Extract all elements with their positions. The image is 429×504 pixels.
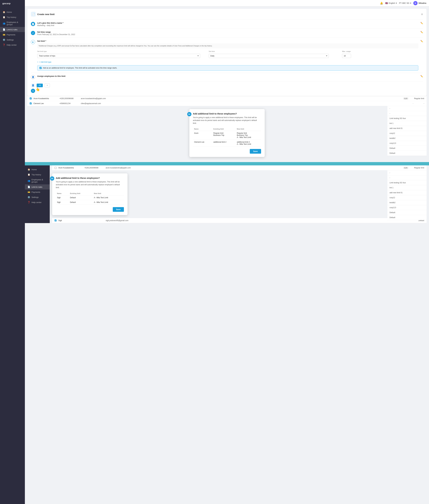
limit-icon: 📄 bbox=[3, 28, 5, 31]
step-time-icon: ✔ bbox=[31, 31, 35, 35]
sidebar-item-employees[interactable]: 👥 Employees & groups bbox=[0, 20, 25, 27]
sidebar-label-home: Home bbox=[7, 11, 12, 13]
step-time-title: Set time range bbox=[37, 31, 418, 33]
right-limit-list-2: - - Limit testing SG four lmt 1 add new … bbox=[387, 170, 427, 220]
company-name: PT ABC SG bbox=[399, 2, 409, 4]
collapse-icon[interactable]: ∧ bbox=[421, 12, 423, 16]
step-limit-row: ▶ Set limit * *Additional Charges (e.g. … bbox=[31, 38, 423, 73]
employee-tag: GJS bbox=[403, 167, 412, 169]
dialog-2a-title: Add additional limit to these employees? bbox=[193, 112, 261, 115]
employee-limit: Regular limit bbox=[414, 97, 424, 100]
payments-icon: 💳 bbox=[3, 34, 5, 36]
settings-icon: ⚙️ bbox=[3, 39, 5, 41]
company-chevron-icon: ▾ bbox=[410, 2, 411, 4]
section-2-wrapper: 🏠 Home 📋 Trip history 👥 Employees & grou… bbox=[25, 165, 429, 223]
sidebar-label-limit: Limit & rules bbox=[7, 28, 18, 31]
set-time-select[interactable]: Daily bbox=[209, 54, 329, 58]
row-checkbox-arum[interactable] bbox=[30, 97, 32, 99]
row-existing: additional limit 2 bbox=[212, 140, 236, 147]
table-row: Arum Kusalawicitra +6281283096688 arum.k… bbox=[52, 165, 427, 170]
employee-limit: - bbox=[424, 102, 424, 104]
sidebar-item-limit-rules[interactable]: 📄 Limit & rules bbox=[0, 27, 25, 32]
additional-limit-checkbox[interactable] bbox=[39, 67, 42, 69]
step-name-value: Marketing - daily limit bbox=[37, 24, 418, 26]
assign-toggle-row: All • bbox=[37, 83, 50, 87]
user-menu[interactable]: M Mitsalina bbox=[413, 1, 426, 5]
limit-type-select[interactable]: Total number of trips bbox=[37, 54, 200, 58]
sidebar2-payments[interactable]: 💳 Payments bbox=[25, 190, 50, 195]
sidebar2-trip[interactable]: 📋 Trip history bbox=[25, 172, 50, 177]
employee-email: cllee@applausemail.com bbox=[81, 102, 411, 104]
sidebar-item-home[interactable]: 🏠 Home bbox=[0, 9, 25, 15]
employee-name: Arum Kusalawicitra bbox=[34, 97, 58, 100]
col-set-time: Set time bbox=[209, 51, 342, 53]
add-limit-type-button[interactable]: + + Add limit type bbox=[37, 61, 51, 64]
col-name: Name bbox=[193, 127, 212, 131]
sidebar2-employees[interactable]: 👥 Employees & groups bbox=[25, 177, 50, 184]
notification-bell[interactable]: 🔔 bbox=[380, 2, 383, 5]
row-existing: Default bbox=[69, 200, 93, 205]
limit-type-row: Total number of trips Daily bbox=[37, 53, 418, 59]
employee-limit: Regular limit bbox=[414, 167, 424, 169]
row-checkbox-arum2[interactable] bbox=[54, 167, 56, 169]
col-existing: Existing limit bbox=[212, 127, 236, 131]
selected-employees-button[interactable]: • bbox=[45, 83, 50, 87]
sidebar2-home[interactable]: 🏠 Home bbox=[25, 167, 50, 172]
row-checkbox-clement[interactable] bbox=[30, 102, 32, 104]
dialog-2a-footer: Save bbox=[193, 149, 261, 154]
sidebar-item-settings[interactable]: ⚙️ Settings bbox=[0, 37, 25, 42]
step-time-row: ✔ Set time range From February 22, 2022 … bbox=[31, 29, 423, 38]
employees-icon: 👥 bbox=[3, 22, 5, 25]
table-row: Clement Lee additional limit 2 additiona… bbox=[193, 140, 261, 147]
edit-employee-icon[interactable]: ✏️ bbox=[420, 75, 423, 78]
edit-time-icon[interactable]: ✏️ bbox=[420, 31, 423, 33]
sidebar2-help[interactable]: ❓ Help center bbox=[25, 200, 50, 205]
limit-title-icon: 📄 bbox=[31, 12, 36, 17]
section2-last-row: Sigit sigit.prabowo95@gmail.com Default bbox=[52, 218, 427, 223]
sidebar2-limit[interactable]: 📄 Limit & rules bbox=[25, 184, 50, 190]
table-row: Sigit Default A - Mita Test Limit bbox=[56, 195, 124, 200]
step-limit-title: Set limit * bbox=[37, 40, 418, 42]
language-selector[interactable]: 🇬🇧 English ▾ bbox=[385, 2, 397, 5]
dialog-2b-desc: You're going to apply a new additional l… bbox=[56, 181, 124, 189]
dialog-2a-box: Add additional limit to these employees?… bbox=[189, 109, 265, 157]
step-time-value: From February 22, 2022 to December 31, 2… bbox=[37, 34, 418, 35]
dialog-2b-save-button[interactable]: Save bbox=[113, 207, 124, 212]
row-name: Sigit bbox=[56, 195, 69, 200]
logo: gocorp bbox=[0, 0, 25, 7]
col-max-usage: Max. usage bbox=[342, 51, 418, 53]
edit-name-icon[interactable]: ✏️ bbox=[420, 22, 423, 24]
step-name-title: Let's give this limit a name * bbox=[37, 22, 418, 24]
col-limit-type: Set limit type bbox=[37, 51, 209, 53]
add-limit-plus-icon: + bbox=[37, 61, 38, 63]
sidebar-item-help[interactable]: ❓ Help center bbox=[0, 42, 25, 47]
lang-chevron-icon: ▾ bbox=[396, 2, 397, 4]
home-icon: 🏠 bbox=[3, 11, 5, 13]
table-row: Arum Regular limitBusiness Trip Regular … bbox=[193, 131, 261, 140]
trip-icon: 📋 bbox=[3, 16, 5, 18]
row-checkbox-sigit[interactable] bbox=[54, 219, 56, 221]
company-selector[interactable]: PT ABC SG ▾ bbox=[399, 2, 411, 4]
sidebar-section-2: 🏠 Home 📋 Trip history 👥 Employees & grou… bbox=[25, 165, 50, 223]
employee-name: Arum Kusalawicitra bbox=[58, 167, 82, 169]
sidebar-item-trip-history[interactable]: 📋 Trip history bbox=[0, 15, 25, 20]
hand-pointer-icon: 👆 bbox=[35, 87, 40, 92]
employee-name: Clement Lee bbox=[34, 102, 58, 104]
row-name: Arum bbox=[193, 131, 212, 140]
dialog-2b-footer: Save bbox=[56, 207, 124, 212]
max-usage-input[interactable] bbox=[342, 54, 351, 58]
employee-phone: +6281283096688 bbox=[59, 97, 79, 100]
all-employees-button[interactable]: All bbox=[37, 84, 43, 87]
sidebar2-settings[interactable]: ⚙️ Settings bbox=[25, 195, 50, 200]
dialog-2a-desc: You're going to apply a new additional l… bbox=[193, 116, 261, 125]
language-label: English bbox=[389, 2, 395, 4]
checkbox-label: Add as an additional limit for employee.… bbox=[43, 67, 117, 69]
dialog-2a-save-button[interactable]: Save bbox=[250, 149, 261, 154]
employee-email: arum.kusalawicitra@gojek.com bbox=[106, 167, 402, 169]
edit-limit-icon[interactable]: ✏️ bbox=[420, 40, 423, 42]
sidebar-item-payments[interactable]: 💳 Payments bbox=[0, 32, 25, 37]
dialog-2a-wrapper: - - Limit testing SG four lmt 1 add new … bbox=[27, 106, 427, 160]
col-existing: Existing limit bbox=[69, 191, 93, 195]
employee-tag: GJS bbox=[403, 97, 412, 100]
user-name: Mitsalina bbox=[419, 2, 426, 4]
